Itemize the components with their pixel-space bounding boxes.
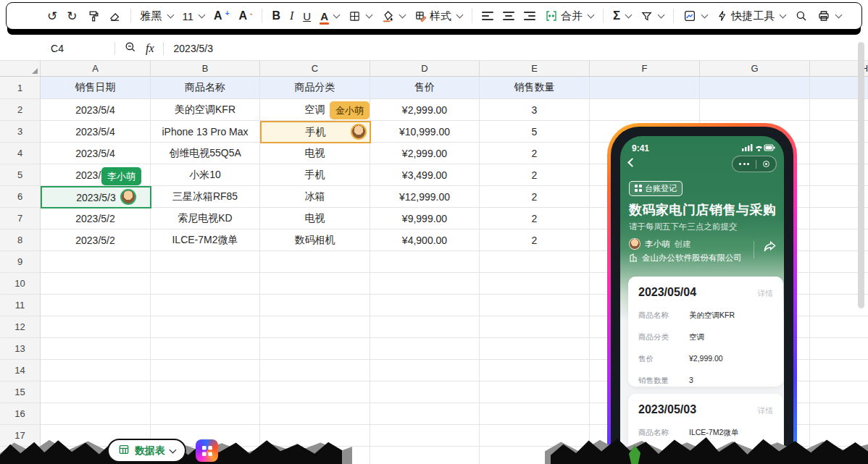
decrease-font-button[interactable]: A- [238,9,252,22]
insert-function-button[interactable]: fx [146,42,154,55]
row-header[interactable]: 11 [0,295,41,316]
grid-cell[interactable] [260,338,370,360]
back-chevron-icon[interactable] [627,158,637,167]
insert-chart-button[interactable] [683,9,707,22]
grid-cell[interactable] [260,381,370,403]
grid-cell[interactable] [151,316,260,338]
row-header[interactable]: 6 [0,186,41,208]
grid-cell[interactable]: ¥2,999.00 [370,143,480,164]
row-header[interactable]: 8 [0,229,41,251]
grid-cell[interactable] [370,425,480,447]
grid-cell[interactable]: 商品分类 [260,77,370,99]
row-header[interactable]: 13 [0,338,41,360]
column-header[interactable]: A [41,61,151,77]
font-family-select[interactable]: 雅黑 [141,9,173,23]
grid-cell[interactable] [151,403,260,425]
grid-cell[interactable] [480,251,590,273]
formula-input[interactable]: 2023/5/3 [174,43,214,54]
grid-cell[interactable]: iPhone 13 Pro Max [151,121,260,143]
grid-cell[interactable] [41,360,151,381]
grid-cell[interactable] [810,403,868,425]
fill-color-button[interactable] [381,9,405,22]
grid-cell[interactable] [260,360,370,381]
cell-style-button[interactable]: 样式 [414,9,462,23]
grid-cell[interactable] [810,381,868,403]
row-header[interactable]: 15 [0,381,41,403]
merge-cells-button[interactable]: 合并 [545,9,593,23]
grid-cell[interactable] [480,403,590,425]
grid-cell[interactable]: ¥3,499.00 [370,164,480,186]
print-button[interactable] [817,9,841,22]
grid-cell[interactable] [810,316,868,338]
borders-button[interactable] [349,10,372,22]
grid-cell[interactable] [370,316,480,338]
grid-cell[interactable]: 创维电视55Q5A [151,143,260,164]
grid-cell[interactable] [480,338,590,360]
grid-cell[interactable] [370,338,480,360]
grid-cell[interactable] [41,295,151,316]
format-painter-button[interactable] [87,10,99,22]
detail-link[interactable]: 详情 [758,289,773,299]
grid-cell[interactable] [370,447,480,464]
grid-cell[interactable]: ¥12,999.00 [370,186,480,208]
grid-cell[interactable] [590,99,700,121]
grid-cell[interactable]: 2023/5/4 [41,99,151,121]
quick-tools-button[interactable]: 快捷工具 [717,9,785,23]
grid-cell[interactable]: 2023/5/4 [41,121,151,143]
grid-cell[interactable] [151,251,260,273]
undo-button[interactable]: ↺ [47,9,57,24]
grid-cell[interactable]: 索尼电视KD [151,208,260,229]
grid-cell[interactable] [260,251,370,273]
align-left-button[interactable] [482,12,493,20]
grid-cell[interactable] [41,381,151,403]
grid-cell[interactable] [151,381,260,403]
clear-format-button[interactable] [109,10,121,22]
grid-cell[interactable] [151,360,260,381]
column-header[interactable]: F [590,61,700,77]
grid-cell[interactable]: 5 [480,121,590,143]
grid-cell[interactable] [480,273,590,295]
grid-cell[interactable]: 2 [480,164,590,186]
row-header[interactable]: 5 [0,164,41,186]
column-header[interactable]: G [700,61,810,77]
sheet-tab-switcher[interactable]: 数据表 [107,439,186,463]
row-header[interactable]: 9 [0,251,41,273]
align-right-button[interactable] [524,12,535,20]
grid-cell[interactable]: 2023/5/2 [41,229,151,251]
close-record-icon[interactable] [763,161,769,167]
grid-cell[interactable] [810,360,868,381]
grid-cell[interactable] [151,295,260,316]
row-header[interactable]: 1 [0,77,41,99]
grid-cell[interactable]: 2 [480,208,590,229]
grid-cell[interactable]: 2 [480,229,590,251]
grid-cell[interactable] [700,99,810,121]
grid-cell[interactable]: 2023/5/2 [41,208,151,229]
detail-link[interactable]: 详情 [758,406,773,416]
grid-cell[interactable]: 商品名称 [151,77,260,99]
grid-cell[interactable]: 小米10 [151,164,260,186]
grid-cell[interactable]: 冰箱 [260,186,370,208]
grid-cell[interactable]: 2023/5/4 [41,143,151,164]
column-header[interactable]: E [480,61,590,77]
grid-cell[interactable]: 手机 [260,164,370,186]
increase-font-button[interactable]: A+ [214,9,229,22]
share-button[interactable] [762,240,777,258]
grid-cell[interactable] [260,425,370,447]
grid-cell[interactable] [370,403,480,425]
grid-cell[interactable] [480,316,590,338]
grid-cell[interactable] [41,316,151,338]
grid-cell[interactable] [370,381,480,403]
grid-cell[interactable] [480,425,590,447]
font-size-select[interactable]: 11 [183,10,205,22]
column-header[interactable]: B [151,61,260,77]
grid-cell[interactable] [810,338,868,360]
row-header[interactable]: 3 [0,121,41,143]
zoom-out-button[interactable] [124,41,137,56]
row-header[interactable]: 14 [0,360,41,381]
name-box[interactable]: C4 [0,43,114,54]
search-button[interactable] [795,9,808,22]
grid-cell[interactable]: ¥2,999.00 [370,99,480,121]
miniprogram-capsule[interactable] [732,156,777,172]
grid-cell[interactable] [41,403,151,425]
grid-cell[interactable]: ¥4,900.00 [370,229,480,251]
